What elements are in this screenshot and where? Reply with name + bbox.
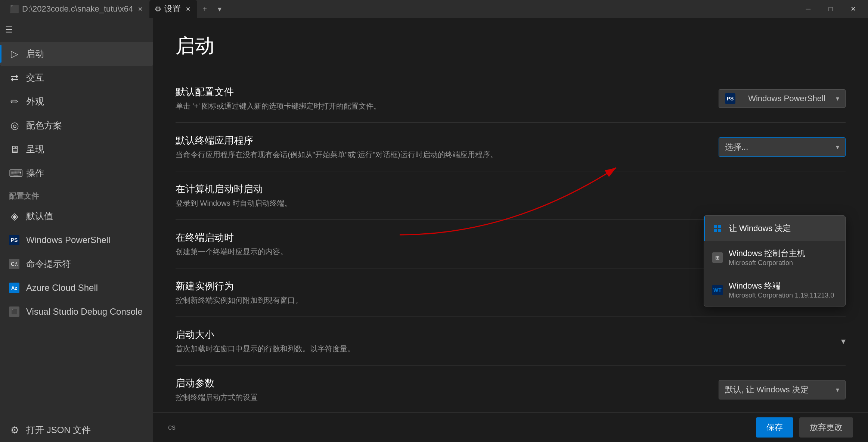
- windows-console-sub: Microsoft Corporation: [729, 259, 838, 267]
- maximize-button[interactable]: □: [820, 1, 841, 16]
- settings-icon: ⚙: [155, 4, 161, 13]
- sidebar-item-rendering[interactable]: 🖥 呈现: [0, 137, 153, 161]
- default-profile-value: Windows PowerShell: [748, 94, 825, 103]
- appearance-icon: ✏: [9, 96, 20, 108]
- sidebar-item-powershell[interactable]: PS Windows PowerShell: [0, 228, 153, 252]
- setting-startup-size-title: 启动大小: [176, 328, 696, 341]
- sidebar-item-vsdebug[interactable]: ⬛ Visual Studio Debug Console: [0, 300, 153, 324]
- rendering-icon: 🖥: [9, 144, 20, 155]
- app-body: ☰ ▷ 启动 ⇄ 交互 ✏ 外观 ◎ 配色方案 🖥 呈现 ⌨ 操作 配置文件 ◈…: [0, 18, 868, 442]
- tab-path-label: D:\2023code.c\snake_tutu\x64: [22, 4, 133, 14]
- sidebar-item-interaction[interactable]: ⇄ 交互: [0, 66, 153, 90]
- setting-startup-args-info: 启动参数 控制终端启动方式的设置: [176, 377, 696, 402]
- setting-default-profile-control: PS Windows PowerShell ▾: [711, 89, 846, 108]
- dropdown-item-windows-decide[interactable]: 让 Windows 决定: [704, 216, 845, 241]
- sidebar-item-cmd-label: 命令提示符: [26, 258, 71, 270]
- footer-status: cs: [168, 423, 176, 432]
- setting-default-profile-desc: 单击 '+' 图标或通过键入新的选项卡键绑定时打开的配置文件。: [176, 101, 696, 111]
- sidebar-item-json[interactable]: ⚙ 打开 JSON 文件: [0, 418, 153, 442]
- setting-startup-boot: 在计算机启动时启动 登录到 Windows 时自动启动终端。: [176, 171, 846, 220]
- footer-bar: cs 保存 放弃更改: [153, 412, 868, 442]
- windows-console-text: Windows 控制台主机 Microsoft Corporation: [729, 248, 838, 267]
- sidebar-item-actions[interactable]: ⌨ 操作: [0, 161, 153, 185]
- sidebar-bottom: ⚙ 打开 JSON 文件: [0, 418, 153, 442]
- tab-path[interactable]: ⬛ D:\2023code.c\snake_tutu\x64 ✕: [4, 0, 149, 18]
- startup-size-expand[interactable]: ▾: [841, 336, 846, 346]
- setting-startup-args-control: 默认, 让 Windows 决定 ▾: [711, 380, 846, 399]
- setting-new-instance-title: 新建实例行为: [176, 280, 696, 293]
- windows-decide-text: 让 Windows 决定: [729, 223, 838, 234]
- discard-button[interactable]: 放弃更改: [799, 417, 853, 438]
- dropdown-item-windows-terminal[interactable]: WT Windows 终端 Microsoft Corporation 1.19…: [704, 274, 845, 306]
- sidebar-item-defaults-label: 默认值: [26, 210, 53, 222]
- sidebar-item-colorscheme-label: 配色方案: [26, 119, 62, 131]
- json-icon: ⚙: [9, 424, 20, 436]
- tab-dropdown-button[interactable]: ▾: [212, 1, 227, 16]
- defaults-icon: ◈: [9, 211, 20, 222]
- setting-new-instance-info: 新建实例行为 控制新终端实例如何附加到现有窗口。: [176, 280, 696, 305]
- svg-rect-0: [714, 225, 717, 228]
- minimize-button[interactable]: ─: [798, 1, 819, 16]
- setting-startup-size-desc: 首次加载时在窗口中显示的行数和列数。以字符度量。: [176, 343, 696, 354]
- setting-default-terminal-info: 默认终端应用程序 当命令行应用程序在没有现有会话(例如从"开始菜单"或"运行"对…: [176, 134, 696, 160]
- sidebar-item-cmd[interactable]: C:\ 命令提示符: [0, 252, 153, 276]
- sidebar-item-rendering-label: 呈现: [26, 143, 44, 155]
- cmd-icon: C:\: [9, 259, 20, 269]
- setting-default-terminal-desc: 当命令行应用程序在没有现有会话(例如从"开始菜单"或"运行"对话框)运行时启动的…: [176, 149, 696, 160]
- dropdown-menu-terminal: 让 Windows 决定 ⊞ Windows 控制台主机 Microsoft C…: [704, 215, 846, 306]
- setting-startup-boot-desc: 登录到 Windows 时自动启动终端。: [176, 198, 696, 208]
- setting-startup-launch-info: 在终端启动时 创建第一个终端时应显示的内容。: [176, 231, 696, 257]
- setting-default-terminal: 默认终端应用程序 当命令行应用程序在没有现有会话(例如从"开始菜单"或"运行"对…: [176, 122, 846, 171]
- sidebar-item-defaults[interactable]: ◈ 默认值: [0, 204, 153, 228]
- hamburger-button[interactable]: ☰: [0, 21, 18, 39]
- tab-settings[interactable]: ⚙ 设置 ✕: [149, 0, 197, 18]
- setting-default-profile: 默认配置文件 单击 '+' 图标或通过键入新的选项卡键绑定时打开的配置文件。 P…: [176, 74, 846, 122]
- terminal-icon: ⬛: [10, 4, 19, 13]
- window-controls: ─ □ ✕: [798, 1, 864, 16]
- sidebar-item-vsdebug-label: Visual Studio Debug Console: [26, 306, 143, 317]
- windows-terminal-icon: WT: [712, 284, 723, 296]
- setting-startup-size: 启动大小 首次加载时在窗口中显示的行数和列数。以字符度量。 ▾: [176, 317, 846, 365]
- powershell-icon: PS: [9, 235, 20, 245]
- add-tab-button[interactable]: +: [197, 1, 212, 16]
- sidebar-item-azure-label: Azure Cloud Shell: [26, 283, 98, 293]
- startup-args-dropdown[interactable]: 默认, 让 Windows 决定 ▾: [719, 380, 846, 399]
- setting-startup-args-title: 启动参数: [176, 377, 696, 390]
- setting-startup-size-info: 启动大小 首次加载时在窗口中显示的行数和列数。以字符度量。: [176, 328, 696, 354]
- sidebar-item-azure[interactable]: Az Azure Cloud Shell: [0, 276, 153, 300]
- save-button[interactable]: 保存: [756, 417, 793, 438]
- windows-terminal-text: Windows 终端 Microsoft Corporation 1.19.11…: [729, 280, 838, 299]
- setting-startup-args: 启动参数 控制终端启动方式的设置 默认, 让 Windows 决定 ▾: [176, 365, 846, 414]
- sidebar-item-appearance-label: 外观: [26, 96, 44, 108]
- setting-startup-launch-desc: 创建第一个终端时应显示的内容。: [176, 246, 696, 257]
- titlebar: ⬛ D:\2023code.c\snake_tutu\x64 ✕ ⚙ 设置 ✕ …: [0, 0, 868, 18]
- setting-startup-size-control: ▾: [711, 336, 846, 346]
- sidebar-item-interaction-label: 交互: [26, 72, 44, 84]
- startup-args-chevron: ▾: [836, 386, 839, 394]
- svg-rect-3: [718, 229, 721, 232]
- windows-terminal-sub: Microsoft Corporation 1.19.11213.0: [729, 292, 838, 299]
- setting-startup-args-desc: 控制终端启动方式的设置: [176, 392, 696, 402]
- tab-settings-close[interactable]: ✕: [184, 5, 192, 13]
- dropdown-item-windows-console[interactable]: ⊞ Windows 控制台主机 Microsoft Corporation: [704, 241, 845, 274]
- windows-terminal-label: Windows 终端: [729, 280, 838, 292]
- sidebar-item-actions-label: 操作: [26, 167, 44, 179]
- sidebar-item-appearance[interactable]: ✏ 外观: [0, 90, 153, 113]
- default-profile-dropdown[interactable]: PS Windows PowerShell ▾: [719, 89, 846, 108]
- content-area: 启动 默认配置文件 单击 '+' 图标或通过键入新的选项卡键绑定时打开的配置文件…: [153, 18, 868, 442]
- actions-icon: ⌨: [9, 168, 20, 179]
- tab-settings-label: 设置: [164, 3, 181, 15]
- default-terminal-dropdown[interactable]: 选择... ▾: [719, 137, 846, 157]
- close-button[interactable]: ✕: [843, 1, 864, 16]
- startup-icon: ▷: [9, 48, 20, 60]
- sidebar-item-colorscheme[interactable]: ◎ 配色方案: [0, 113, 153, 137]
- tab-path-close[interactable]: ✕: [136, 5, 144, 13]
- vsdebug-icon: ⬛: [9, 306, 20, 317]
- default-terminal-value: 选择...: [725, 141, 748, 153]
- page-title: 启动: [176, 33, 846, 59]
- sidebar-item-startup[interactable]: ▷ 启动: [0, 42, 153, 66]
- setting-startup-boot-info: 在计算机启动时启动 登录到 Windows 时自动启动终端。: [176, 183, 696, 208]
- interaction-icon: ⇄: [9, 72, 20, 84]
- windows-decide-icon: [712, 222, 723, 234]
- dropdown-terminal-chevron: ▾: [836, 143, 839, 151]
